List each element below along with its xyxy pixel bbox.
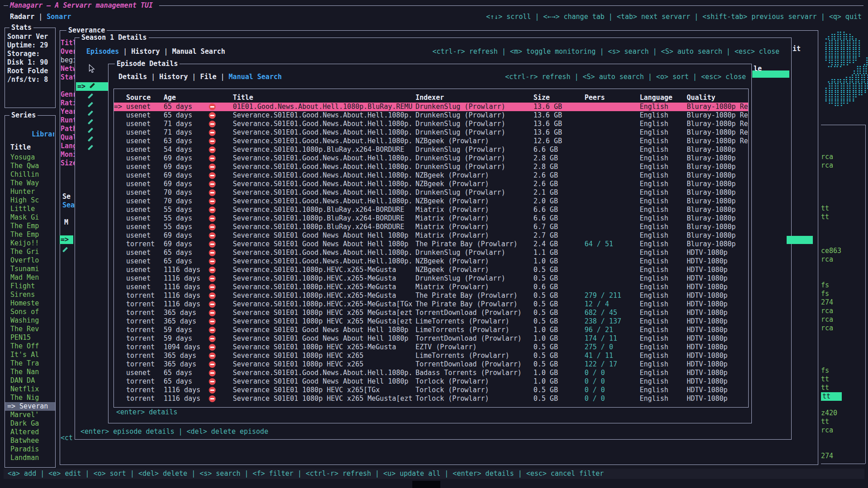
series-list-item[interactable]: Sirens [5, 291, 55, 299]
selected-season-row-fragment[interactable]: => [60, 235, 73, 244]
series-list-item[interactable]: Keijo!! [5, 239, 55, 248]
release-row[interactable]: torrent69 daysSeverance S01E01 Good News… [114, 240, 748, 249]
tab-library[interactable]: Library [32, 130, 54, 138]
series-list-item[interactable]: Netflix [5, 385, 55, 394]
release-row[interactable]: torrent65 daysSeverance S01E01 Good News… [114, 377, 748, 386]
release-language: English [640, 274, 687, 283]
release-row[interactable]: usenet65 daysSeverance.S01E01.Good.News.… [114, 369, 748, 377]
release-indexer: TorrentDownload (Prowlarr) [415, 360, 533, 369]
release-row[interactable]: usenet69 daysSeverance.S01E01.Good.News.… [114, 180, 748, 188]
series-list-item[interactable]: Hunter [5, 188, 55, 196]
release-quality: Bluray-1080p [687, 154, 749, 163]
series-list-item[interactable]: Landman [5, 454, 55, 462]
series-list-item[interactable]: => Severan [5, 402, 55, 411]
series-list-item[interactable]: The Off [5, 342, 55, 351]
release-row[interactable]: usenet69 daysSeverance.S01E01.Good.News.… [114, 154, 748, 163]
release-row[interactable]: usenet1116 daysSeverance.S01E01.1080p.HE… [114, 283, 748, 291]
release-row[interactable]: usenet70 daysSeverance.S01E01.Good.News.… [114, 188, 748, 197]
series-list-item[interactable]: Sons of [5, 308, 55, 316]
series-list-item[interactable]: Chillin [5, 170, 55, 179]
series-list-item[interactable]: Dark Ga [5, 419, 55, 428]
series-list-item[interactable]: Little [5, 205, 55, 213]
release-row[interactable]: torrent365 daysSeverance S01E01 1080p HE… [114, 309, 748, 317]
release-row[interactable]: usenet69 daysSeverance S01E01 Good News … [114, 231, 748, 240]
release-row[interactable]: usenet65 daysSeverance.S01E01.Good.News.… [114, 249, 748, 257]
series-list-item[interactable]: Mask Gi [5, 213, 55, 222]
episode-tab-manual-search[interactable]: Manual Search [229, 73, 282, 81]
release-row[interactable]: usenet69 daysSeverance.S01E01.Good.News.… [114, 163, 748, 171]
release-row[interactable]: torrent1116 daysSeverance.S01E01.1080p.H… [114, 300, 748, 309]
episode-tab-details[interactable]: Details [118, 73, 147, 81]
release-row[interactable]: torrent59 daysSeverance S01E01 Good News… [114, 326, 748, 334]
release-language: English [640, 377, 687, 386]
season-tab-episodes[interactable]: Episodes [86, 47, 119, 56]
series-list-item[interactable]: The Emp [5, 230, 55, 239]
series-list-item[interactable]: Yosuga [5, 153, 55, 162]
series-list-item[interactable]: Marvel' [5, 411, 55, 419]
release-row[interactable]: torrent365 daysSeverance S01E01 1080p HE… [114, 360, 748, 369]
release-row[interactable]: torrent365 daysSeverance S01E01 1080p HE… [114, 352, 748, 360]
series-list-item[interactable]: The Qwa [5, 162, 55, 170]
release-source: usenet [126, 137, 164, 145]
series-list-item[interactable]: The Tra [5, 359, 55, 368]
app-title: Managarr — A Servarr management TUI [10, 1, 153, 10]
series-list-item[interactable]: Batwhee [5, 436, 55, 445]
series-list-item[interactable]: It's Al [5, 351, 55, 359]
season-tab-manual-search[interactable]: Manual Search [172, 47, 225, 56]
series-list-item[interactable]: Tsunami [5, 265, 55, 273]
series-list-item[interactable]: Altered [5, 428, 55, 436]
series-list-item[interactable]: The Way [5, 179, 55, 188]
release-row[interactable]: usenet63 daysSeverance.S01E01.Good.News.… [114, 137, 748, 145]
release-row[interactable]: usenet70 daysSeverance.S01E01.Good.News.… [114, 197, 748, 206]
release-row[interactable]: usenet65 daysSeverance.S01E01.Good.News.… [114, 257, 748, 266]
release-row[interactable]: usenet54 daysSeverance.S01E01.1080p.BluR… [114, 145, 748, 154]
rejected-icon [209, 206, 216, 213]
rejected-icon [209, 284, 216, 291]
release-row[interactable]: usenet1116 daysSeverance.S01E01.1080p.HE… [114, 266, 748, 274]
release-row[interactable]: usenet55 daysSeverance.S01E01.1080p.BluR… [114, 223, 748, 231]
series-list-item[interactable]: Flight [5, 282, 55, 291]
clipped-text-fragment: rca [821, 153, 833, 161]
series-list-item[interactable]: The Gri [5, 248, 55, 256]
series-list-item[interactable]: PEN15 [5, 333, 55, 342]
release-row[interactable]: usenet55 daysSeverance.S01E01.1080p.BluR… [114, 214, 748, 223]
series-list-item[interactable]: Mad Men [5, 273, 55, 282]
season-tab-history[interactable]: History [131, 47, 160, 56]
release-indexer: LimeTorrents (Prowlarr) [415, 352, 533, 360]
release-row[interactable]: torrent1094 daysSeverance S01E01 1080p H… [114, 343, 748, 352]
release-row[interactable]: torrent365 daysSeverance S01E01 1080p HE… [114, 317, 748, 326]
series-list-item[interactable]: DAN DA [5, 376, 55, 385]
series-list-item[interactable]: High Sc [5, 196, 55, 205]
release-indexer: NZBgeek (Prowlarr) [415, 180, 533, 188]
clipped-text-fragment: ce863 [821, 247, 841, 255]
release-language: English [640, 386, 687, 394]
servarr-tab-radarr[interactable]: Radarr [10, 13, 34, 21]
release-row[interactable]: usenet55 daysSeverance.S01E01.1080p.BluR… [114, 206, 748, 214]
series-list-item[interactable]: The Rev [5, 325, 55, 333]
release-row[interactable]: =>usenet65 days01E01.Good.News.About.Hel… [114, 103, 748, 111]
pencil-icon [88, 110, 93, 116]
episode-tab-file[interactable]: File [200, 73, 217, 81]
series-list-item[interactable]: The Emp [5, 222, 55, 230]
release-reject-cell [208, 266, 233, 275]
release-row[interactable]: torrent1116 daysSeverance.S01E01.1080p.H… [114, 291, 748, 300]
stats-line: Sonarr Ver [7, 33, 54, 41]
release-row[interactable]: usenet71 daysSeverance.S01E01.Good.News.… [114, 120, 748, 128]
release-row[interactable]: usenet65 daysSeverance.S01E01.Good.News.… [114, 111, 748, 120]
servarr-tab-sonarr[interactable]: Sonarr [47, 13, 71, 21]
release-row[interactable]: usenet71 daysSeverance.S01E01.Good.News.… [114, 128, 748, 137]
series-list-item[interactable]: Overflo [5, 256, 55, 265]
series-list-item[interactable]: Paradis [5, 445, 55, 454]
release-row[interactable]: torrent1116 daysSeverance S01E01 1080p H… [114, 394, 748, 403]
series-list-item[interactable]: Washing [5, 316, 55, 325]
release-row[interactable]: torrent59 daysSeverance S01E01 Good News… [114, 334, 748, 343]
release-row[interactable]: usenet69 daysSeverance.S01E01.Good.News.… [114, 171, 748, 180]
episode-tab-history[interactable]: History [159, 73, 188, 81]
release-row[interactable]: torrent1116 daysSeverance S01E01 1080p H… [114, 386, 748, 394]
release-row[interactable]: usenet1116 daysSeverance.S01E01.1080p.HE… [114, 274, 748, 283]
release-language: English [640, 300, 687, 309]
series-list-item[interactable]: The Nig [5, 394, 55, 402]
selected-episode-row-fragment[interactable]: => [76, 82, 109, 91]
series-list-item[interactable]: Homeste [5, 299, 55, 308]
series-list-item[interactable]: The Nan [5, 368, 55, 376]
